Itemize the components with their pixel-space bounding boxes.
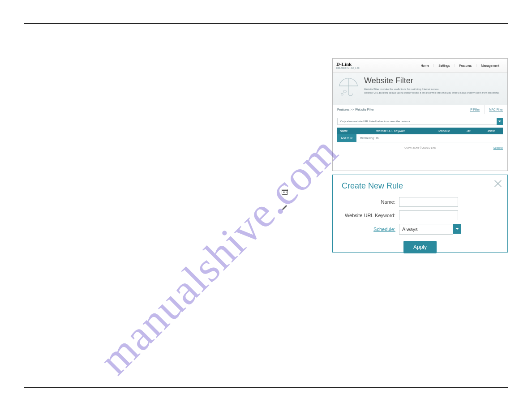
create-new-rule-modal: Create New Rule Name: Website URL Keywor… [332,175,508,253]
nav-settings[interactable]: Settings [433,64,454,67]
schedule-select[interactable]: Always [399,224,461,235]
tab-mac-filter[interactable]: MAC Filter [484,105,507,114]
col-schedule: Schedule [430,128,457,134]
bottom-rule [24,387,508,388]
svg-rect-3 [284,192,285,193]
modal-title: Create New Rule [342,181,498,191]
nav-home[interactable]: Home [416,64,434,67]
schedule-label[interactable]: Schedule: [342,227,399,232]
col-url: Website URL Keyword [373,128,430,134]
svg-point-7 [341,93,343,95]
svg-rect-4 [286,192,287,193]
svg-point-6 [343,90,346,93]
chevron-down-icon[interactable] [453,224,461,234]
watermark: manualshive.com [90,126,348,385]
nav-features[interactable]: Features [455,64,476,67]
col-name: Name [337,128,373,134]
close-icon[interactable] [493,179,503,190]
filter-mode-dropdown[interactable]: Only allow website URL listed below to a… [337,118,503,125]
nav-management[interactable]: Management [476,64,504,67]
page-title: Website Filter [364,76,499,86]
copyright: COPYRIGHT © 2016 D-Link [404,146,435,149]
model-text: DIR-3800 Fw: AU_1.00 [336,67,359,69]
name-label: Name: [342,199,399,205]
collapse-link[interactable]: Collapse [493,146,503,149]
website-filter-screenshot: D-Link DIR-3800 Fw: AU_1.00 Home Setting… [332,58,508,171]
svg-rect-2 [283,192,284,193]
table-header: Name Website URL Keyword Schedule Edit D… [337,128,503,134]
schedule-value: Always [399,224,453,235]
brand-logo: D-Link [336,62,359,67]
col-delete: Delete [479,128,503,134]
breadcrumb: Features >> Website Filter [333,105,378,114]
url-keyword-field[interactable] [399,210,458,220]
chevron-down-icon[interactable] [497,118,503,125]
url-keyword-label: Website URL Keyword: [342,213,399,218]
pencil-icon [281,204,288,212]
umbrella-icon [337,76,360,98]
remaining-text: Remaining: 16 [360,137,379,140]
add-rule-button[interactable]: Add Rule [337,134,356,142]
top-rule [24,23,508,24]
dropdown-value: Only allow website URL listed below to a… [337,118,497,125]
calendar-icon [281,188,288,197]
page-description: Website Filter provides the useful tools… [364,87,499,95]
col-edit: Edit [457,128,479,134]
tab-ip-filter[interactable]: IP Filter [465,105,484,114]
apply-button[interactable]: Apply [403,241,437,253]
name-field[interactable] [399,197,458,207]
top-nav: Home Settings Features Management [416,64,504,67]
